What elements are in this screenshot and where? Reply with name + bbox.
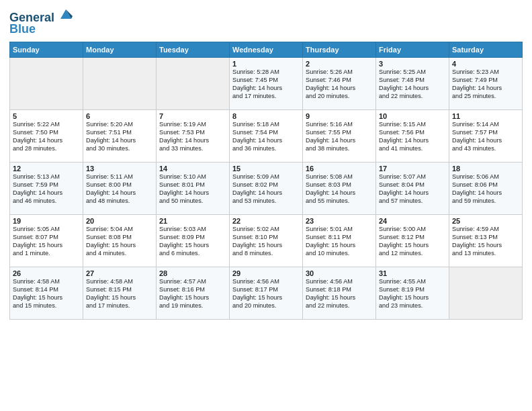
cell-info-line: Sunrise: 4:58 AM [13, 278, 80, 286]
calendar-cell: 15Sunrise: 5:09 AMSunset: 8:02 PMDayligh… [230, 162, 303, 214]
day-number: 20 [86, 217, 153, 225]
cell-info-line: and 8 minutes. [232, 250, 300, 258]
cell-info-line: and 55 minutes. [306, 197, 373, 205]
cell-info-line: and 6 minutes. [159, 250, 226, 258]
cell-info-line: Sunset: 7:53 PM [159, 129, 226, 137]
cell-info-line: Sunset: 7:50 PM [13, 129, 80, 137]
cell-info-line: Daylight: 15 hours [232, 242, 300, 250]
header: General Blue [9, 7, 523, 36]
calendar-cell: 20Sunrise: 5:04 AMSunset: 8:08 PMDayligh… [83, 214, 157, 267]
cell-info-line: Sunset: 8:02 PM [232, 181, 300, 189]
cell-info-line: Daylight: 14 hours [86, 137, 153, 145]
cell-info-line: and 20 minutes. [306, 93, 373, 101]
cell-info-line: Sunset: 7:57 PM [452, 129, 519, 137]
cell-info-line: Daylight: 14 hours [379, 137, 446, 145]
day-number: 6 [86, 112, 153, 120]
calendar-cell: 12Sunrise: 5:13 AMSunset: 7:59 PMDayligh… [10, 162, 83, 214]
cell-info-line: Daylight: 15 hours [379, 294, 446, 302]
cell-info-line: Sunrise: 5:10 AM [159, 173, 226, 181]
cell-info-line: and 10 minutes. [306, 250, 373, 258]
calendar-cell: 5Sunrise: 5:22 AMSunset: 7:50 PMDaylight… [10, 109, 83, 162]
calendar-cell: 26Sunrise: 4:58 AMSunset: 8:14 PMDayligh… [10, 267, 83, 319]
cell-info-line: Sunrise: 5:06 AM [452, 173, 519, 181]
cell-info-line: Daylight: 15 hours [379, 242, 446, 250]
cell-info-line: Sunset: 7:54 PM [232, 129, 300, 137]
calendar-cell: 16Sunrise: 5:08 AMSunset: 8:03 PMDayligh… [303, 162, 376, 214]
cell-info-line: and 38 minutes. [306, 145, 373, 153]
cell-info-line: and 1 minute. [13, 250, 80, 258]
cell-info-line: Sunrise: 5:15 AM [379, 121, 446, 129]
calendar-cell: 7Sunrise: 5:19 AMSunset: 7:53 PMDaylight… [157, 109, 230, 162]
day-number: 18 [452, 165, 519, 173]
calendar-cell: 28Sunrise: 4:57 AMSunset: 8:16 PMDayligh… [157, 267, 230, 319]
day-number: 29 [232, 269, 300, 277]
weekday-header: Monday [83, 42, 157, 57]
cell-info-line: Sunset: 8:10 PM [232, 234, 300, 242]
weekday-header: Friday [376, 42, 449, 57]
cell-info-line: and 25 minutes. [452, 93, 519, 101]
cell-info-line: Daylight: 14 hours [452, 85, 519, 93]
calendar-cell: 30Sunrise: 4:56 AMSunset: 8:18 PMDayligh… [303, 267, 376, 319]
cell-info-line: Daylight: 15 hours [306, 242, 373, 250]
logo: General Blue [9, 7, 73, 36]
cell-info-line: Sunset: 8:07 PM [13, 234, 80, 242]
cell-info-line: Sunrise: 5:13 AM [13, 173, 80, 181]
day-number: 1 [232, 60, 300, 68]
cell-info-line: Sunrise: 5:18 AM [232, 121, 300, 129]
cell-info-line: Sunrise: 4:55 AM [379, 278, 446, 286]
day-number: 9 [306, 112, 373, 120]
cell-info-line: and 46 minutes. [13, 197, 80, 205]
cell-info-line: Daylight: 14 hours [306, 189, 373, 197]
cell-info-line: Sunset: 8:15 PM [86, 286, 153, 294]
cell-info-line: Sunrise: 5:11 AM [86, 173, 153, 181]
day-number: 7 [159, 112, 226, 120]
cell-info-line: Sunrise: 5:02 AM [232, 226, 300, 234]
cell-info-line: and 53 minutes. [232, 197, 300, 205]
cell-info-line: Daylight: 14 hours [13, 189, 80, 197]
day-number: 12 [13, 165, 80, 173]
cell-info-line: Sunrise: 5:26 AM [306, 68, 373, 77]
calendar-cell: 14Sunrise: 5:10 AMSunset: 8:01 PMDayligh… [157, 162, 230, 214]
day-number: 16 [306, 165, 373, 173]
cell-info-line: and 12 minutes. [379, 250, 446, 258]
cell-info-line: Sunrise: 5:25 AM [379, 68, 446, 77]
cell-info-line: Sunrise: 5:19 AM [159, 121, 226, 129]
day-number: 13 [86, 165, 153, 173]
cell-info-line: Sunrise: 5:23 AM [452, 68, 519, 77]
weekday-header: Tuesday [157, 42, 230, 57]
calendar-cell: 25Sunrise: 4:59 AMSunset: 8:13 PMDayligh… [449, 214, 523, 267]
cell-info-line: and 22 minutes. [306, 302, 373, 310]
day-number: 10 [379, 112, 446, 120]
cell-info-line: and 48 minutes. [86, 197, 153, 205]
cell-info-line: Sunrise: 5:03 AM [159, 226, 226, 234]
cell-info-line: Sunset: 7:51 PM [86, 129, 153, 137]
cell-info-line: Sunset: 7:46 PM [306, 77, 373, 85]
cell-info-line: Daylight: 14 hours [232, 85, 300, 93]
cell-info-line: Daylight: 15 hours [232, 294, 300, 302]
calendar-cell [157, 57, 230, 109]
cell-info-line: Sunrise: 5:04 AM [86, 226, 153, 234]
cell-info-line: Daylight: 14 hours [232, 137, 300, 145]
cell-info-line: Sunrise: 5:05 AM [13, 226, 80, 234]
cell-info-line: Daylight: 14 hours [13, 137, 80, 145]
day-number: 25 [452, 217, 519, 225]
day-number: 14 [159, 165, 226, 173]
cell-info-line: Sunset: 7:56 PM [379, 129, 446, 137]
day-number: 3 [379, 60, 446, 68]
cell-info-line: Daylight: 14 hours [159, 137, 226, 145]
cell-info-line: and 41 minutes. [379, 145, 446, 153]
cell-info-line: Sunrise: 5:14 AM [452, 121, 519, 129]
cell-info-line: and 22 minutes. [379, 93, 446, 101]
cell-info-line: Daylight: 15 hours [86, 242, 153, 250]
cell-info-line: Sunset: 8:08 PM [86, 234, 153, 242]
calendar-cell: 21Sunrise: 5:03 AMSunset: 8:09 PMDayligh… [157, 214, 230, 267]
cell-info-line: and 50 minutes. [159, 197, 226, 205]
cell-info-line: Sunset: 7:49 PM [452, 77, 519, 85]
cell-info-line: Sunset: 8:11 PM [306, 234, 373, 242]
calendar-cell: 19Sunrise: 5:05 AMSunset: 8:07 PMDayligh… [10, 214, 83, 267]
day-number: 21 [159, 217, 226, 225]
cell-info-line: Daylight: 14 hours [452, 137, 519, 145]
cell-info-line: and 17 minutes. [86, 302, 153, 310]
cell-info-line: and 19 minutes. [159, 302, 226, 310]
calendar-cell [83, 57, 157, 109]
